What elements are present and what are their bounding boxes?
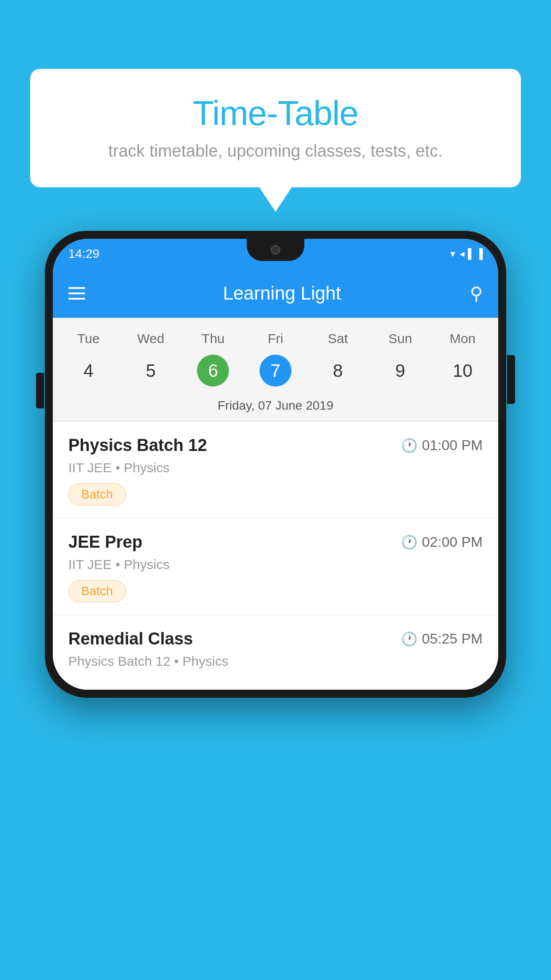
signal-icon: ◂▐ xyxy=(460,248,472,260)
battery-icon: ▐ xyxy=(476,248,483,260)
phone-outer: 14:29 ▾ ◂▐ ▐ Learning Light ⚲ xyxy=(45,231,506,698)
schedule-item-2-subtitle: IIT JEE • Physics xyxy=(68,557,483,572)
selected-date-label: Friday, 07 June 2019 xyxy=(53,395,498,421)
day-header-fri: Fri xyxy=(244,327,307,351)
schedule-item-1-subtitle: IIT JEE • Physics xyxy=(68,460,483,475)
wifi-icon: ▾ xyxy=(450,248,455,260)
bubble-subtitle: track timetable, upcoming classes, tests… xyxy=(57,142,494,161)
day-header-sun: Sun xyxy=(369,327,432,351)
schedule-item-3-title: Remedial Class xyxy=(68,629,193,648)
day-4[interactable]: 4 xyxy=(57,353,120,388)
phone-container: 14:29 ▾ ◂▐ ▐ Learning Light ⚲ xyxy=(45,231,506,698)
day-header-wed: Wed xyxy=(120,327,182,351)
day-header-thu: Thu xyxy=(182,327,244,351)
schedule-item-3[interactable]: Remedial Class 🕐 05:25 PM Physics Batch … xyxy=(53,615,498,690)
schedule-item-1[interactable]: Physics Batch 12 🕐 01:00 PM IIT JEE • Ph… xyxy=(53,422,498,518)
schedule-item-1-time: 🕐 01:00 PM xyxy=(401,437,483,454)
app-title: Learning Light xyxy=(107,283,457,304)
day-8[interactable]: 8 xyxy=(307,353,369,388)
schedule-item-2-header: JEE Prep 🕐 02:00 PM xyxy=(68,533,483,552)
day-header-sat: Sat xyxy=(307,327,369,351)
app-bar: Learning Light ⚲ xyxy=(53,269,498,318)
schedule-item-3-subtitle: Physics Batch 12 • Physics xyxy=(68,654,483,669)
batch-badge-1: Batch xyxy=(68,483,126,506)
menu-button[interactable] xyxy=(68,287,85,300)
schedule-item-1-time-text: 01:00 PM xyxy=(422,437,483,454)
day-5[interactable]: 5 xyxy=(120,353,182,388)
day-header-tue: Tue xyxy=(57,327,120,351)
schedule-item-2-title: JEE Prep xyxy=(68,533,142,552)
day-header-mon: Mon xyxy=(431,327,494,351)
search-button[interactable]: ⚲ xyxy=(470,283,483,304)
bubble-title: Time-Table xyxy=(57,93,494,134)
hamburger-line-1 xyxy=(68,287,85,289)
clock-icon-2: 🕐 xyxy=(401,534,417,550)
batch-badge-2: Batch xyxy=(68,580,126,602)
notch xyxy=(247,239,304,261)
schedule-container: Physics Batch 12 🕐 01:00 PM IIT JEE • Ph… xyxy=(53,422,498,690)
schedule-item-1-header: Physics Batch 12 🕐 01:00 PM xyxy=(68,436,483,455)
status-icons: ▾ ◂▐ ▐ xyxy=(450,248,483,260)
speech-bubble-container: Time-Table track timetable, upcoming cla… xyxy=(30,69,521,187)
day-numbers: 4 5 6 7 8 9 10 xyxy=(53,351,498,395)
schedule-item-1-title: Physics Batch 12 xyxy=(68,436,207,455)
schedule-item-3-time-text: 05:25 PM xyxy=(422,631,483,647)
calendar-strip: Tue Wed Thu Fri Sat Sun Mon 4 5 6 7 8 9 … xyxy=(53,318,498,421)
schedule-item-2-time: 🕐 02:00 PM xyxy=(401,534,483,550)
schedule-item-3-time: 🕐 05:25 PM xyxy=(401,631,483,647)
clock-icon-3: 🕐 xyxy=(401,631,417,647)
status-bar: 14:29 ▾ ◂▐ ▐ xyxy=(53,239,498,269)
day-6-today[interactable]: 6 xyxy=(197,355,229,387)
day-headers: Tue Wed Thu Fri Sat Sun Mon xyxy=(53,327,498,351)
schedule-item-3-header: Remedial Class 🕐 05:25 PM xyxy=(68,629,483,648)
status-time: 14:29 xyxy=(68,247,99,261)
speech-bubble: Time-Table track timetable, upcoming cla… xyxy=(30,69,521,187)
schedule-item-2-time-text: 02:00 PM xyxy=(422,534,483,550)
schedule-item-2[interactable]: JEE Prep 🕐 02:00 PM IIT JEE • Physics Ba… xyxy=(53,518,498,615)
phone-inner: 14:29 ▾ ◂▐ ▐ Learning Light ⚲ xyxy=(53,239,498,690)
clock-icon-1: 🕐 xyxy=(401,438,417,453)
front-camera xyxy=(271,245,280,255)
day-7-selected[interactable]: 7 xyxy=(260,355,291,387)
hamburger-line-2 xyxy=(68,292,85,294)
day-10[interactable]: 10 xyxy=(431,353,494,388)
day-9[interactable]: 9 xyxy=(369,353,432,388)
hamburger-line-3 xyxy=(68,298,85,300)
